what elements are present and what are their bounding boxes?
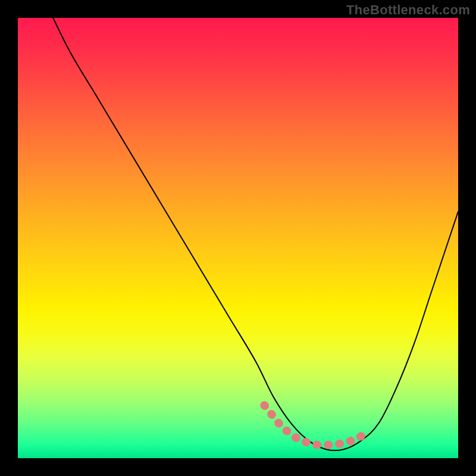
watermark-text: TheBottleneck.com — [346, 2, 470, 18]
plot-gradient-area — [18, 18, 458, 458]
chart-overlay-svg — [18, 18, 458, 458]
bottleneck-curve-line — [53, 18, 458, 450]
chart-frame: TheBottleneck.com — [0, 0, 476, 476]
optimal-highlight-dots — [264, 405, 370, 445]
